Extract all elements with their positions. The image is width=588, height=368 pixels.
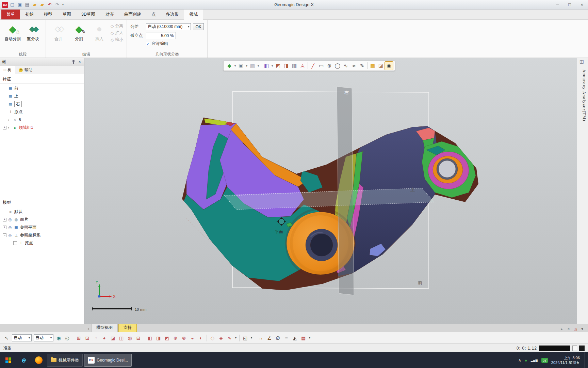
maximize-button[interactable]: □ [564, 0, 576, 9]
color-map-icon[interactable]: ▦ [299, 334, 307, 342]
tree-item[interactable]: −◎⊥参照坐标系 [0, 231, 84, 239]
scroll-right-icon[interactable]: ▸ [559, 326, 565, 332]
select-line-icon[interactable]: ╱ [309, 62, 317, 70]
close-view-icon[interactable]: × [566, 326, 572, 332]
ok-button[interactable]: OK [193, 23, 204, 30]
edge-icon[interactable]: e [16, 352, 31, 368]
3d-scene[interactable]: 右 上 前 平面 X Y [84, 58, 577, 324]
view-cube-caret[interactable]: ▾ [245, 62, 248, 70]
ribbon-tab-point[interactable]: 点 [146, 10, 161, 19]
checkbox[interactable] [13, 241, 17, 245]
hidden-icons-chevron[interactable]: ∧ [518, 358, 521, 363]
show-regions-icon[interactable]: ◉ [55, 334, 63, 342]
open-folder-icon[interactable]: ▰ [31, 1, 38, 8]
import-file-icon[interactable]: ▣ [16, 1, 23, 8]
smooth-icon[interactable]: ◕ [100, 334, 108, 342]
ribbon-tab-polygon[interactable]: 多边形 [161, 10, 184, 19]
color-map-caret[interactable]: ▾ [308, 334, 311, 342]
taskbar-clock[interactable]: 上午 8:06 2024/11/1 星期五 [551, 355, 581, 365]
extend-icon[interactable]: ◐ [197, 334, 205, 342]
split-button[interactable]: ◆✎ 分割 [70, 21, 88, 42]
select-ellipse-icon[interactable]: ◯ [333, 62, 342, 70]
tree-item[interactable]: +●●领域组1 [0, 124, 84, 132]
tab-tree[interactable]: ⊞树 [0, 66, 15, 74]
tree-item[interactable]: ■默认 [0, 208, 84, 216]
fill-holes-icon[interactable]: ◍ [126, 334, 134, 342]
tree-item[interactable]: ▦上 [0, 92, 84, 100]
copy-icon[interactable]: ◱ [241, 334, 249, 342]
pin-view-icon[interactable]: ◬ [298, 62, 307, 70]
copy-caret[interactable]: ▾ [250, 334, 253, 342]
fit-surface-icon[interactable]: ◈ [217, 334, 225, 342]
display-mode-caret[interactable]: ▾ [257, 62, 260, 70]
allow-edit-checkbox-row[interactable]: ✓ 容许编辑 [146, 41, 204, 47]
auto-segment-button[interactable]: ◆A 自动分割 [3, 21, 22, 42]
ribbon-tab-align[interactable]: 对齐 [100, 10, 119, 19]
tree-item[interactable]: ▦右 [0, 100, 84, 108]
visibility-eye-icon[interactable]: ◎ [8, 225, 12, 230]
tree-item[interactable]: ●○6 [0, 116, 84, 124]
select-lasso-icon[interactable]: ∿ [342, 62, 350, 70]
radio-dot-icon[interactable]: ● [8, 119, 11, 121]
plane-top-icon[interactable]: ◩ [274, 62, 282, 70]
minimize-button[interactable]: ─ [551, 0, 564, 9]
expander-icon[interactable]: + [3, 218, 6, 221]
network-signal-icon[interactable]: ▂▄▆ [531, 359, 538, 362]
rewrap-icon[interactable]: ◔ [92, 334, 100, 342]
redo-icon[interactable]: ↷ [54, 1, 61, 8]
offset-icon[interactable]: ⊕ [172, 334, 179, 342]
antivirus-icon[interactable]: ● [525, 358, 527, 363]
fit-caret[interactable]: ▾ [234, 334, 238, 342]
ribbon-tab-initial[interactable]: 初始 [20, 10, 39, 19]
ribbon-tab-sketch[interactable]: 草图 [58, 10, 76, 19]
select-rectangle-icon[interactable]: ▭ [317, 62, 325, 70]
separate-button[interactable]: ◇分离 [111, 23, 123, 29]
boolean-icon[interactable]: ◒ [189, 334, 196, 342]
select-mode-icon[interactable]: ↖ [3, 334, 11, 342]
ribbon-tab-menu[interactable]: 菜单 [1, 10, 20, 19]
allow-edit-checkbox[interactable]: ✓ [146, 42, 150, 46]
untrim-icon[interactable]: ◨ [154, 334, 162, 342]
show-desktop-button[interactable] [585, 352, 587, 368]
tolerance-dropdown[interactable]: 自动 (0.10000 mm)▾ [146, 23, 191, 30]
panel-close-icon[interactable]: × [77, 60, 82, 64]
ribbon-tab-3d-sketch[interactable]: 3D草图 [76, 10, 100, 19]
viewport-3d[interactable]: 右 上 前 平面 X Y [84, 58, 577, 324]
measure-radius-icon[interactable]: ∅ [274, 334, 282, 342]
view-cube-icon[interactable]: ▣ [237, 62, 245, 70]
fit-region-icon[interactable]: ◇ [209, 334, 216, 342]
select-smart-icon[interactable]: ≈ [350, 62, 358, 70]
show-mesh-icon[interactable]: ◎ [63, 334, 71, 342]
thicken-icon[interactable]: ⊗ [180, 334, 188, 342]
expander-icon[interactable]: + [3, 126, 6, 129]
radio-dot-icon[interactable]: ● [8, 126, 11, 129]
enlarge-button[interactable]: ◇扩大 [111, 30, 123, 36]
accuracy-analyzer-panel[interactable]: ◫ Accuracy Analyzer(TM) [577, 58, 588, 324]
outlier-percent-input[interactable]: 5.00 % [146, 32, 176, 39]
scroll-left-icon[interactable]: ◂ [85, 325, 91, 332]
save-as-folder-icon[interactable]: ▰ [39, 1, 46, 8]
qat-options-caret[interactable]: ▾ [61, 1, 65, 8]
selection-filter-combo-caret[interactable]: ▾ [29, 336, 30, 339]
multi-viewport-icon[interactable]: ▥ [290, 62, 298, 70]
sew-icon[interactable]: ◩ [163, 334, 171, 342]
erase-select-icon[interactable]: ◪ [377, 62, 385, 70]
merge-button[interactable]: ◇◇ 合并 [49, 21, 68, 42]
measure-angle-icon[interactable]: ∠ [265, 334, 273, 342]
undo-icon[interactable]: ↶ [46, 1, 53, 8]
expander-icon[interactable]: + [3, 226, 6, 229]
firefox-icon[interactable] [31, 352, 46, 368]
taskbar-app-geomagic[interactable]: DX Geomagic Desi... [84, 354, 132, 367]
tab-help[interactable]: ?帮助 [15, 66, 36, 74]
select-brush-icon[interactable]: ✎ [358, 62, 366, 70]
view-orientation-icon[interactable]: ◆ [225, 62, 233, 70]
defeature-icon[interactable]: ⊟ [134, 334, 142, 342]
float-view-icon[interactable]: ◳ [572, 326, 578, 332]
tree-item[interactable]: ▦前 [0, 85, 84, 92]
reference-plane-right[interactable] [337, 87, 354, 295]
heal-wizard-icon[interactable]: ⊡ [83, 334, 91, 342]
pin-icon[interactable] [72, 60, 75, 64]
taskbar-app-folder[interactable]: 机械零件类 [47, 354, 83, 367]
fit-curve-icon[interactable]: ∿ [226, 334, 233, 342]
highlight-box-icon[interactable]: ▩ [369, 62, 377, 70]
